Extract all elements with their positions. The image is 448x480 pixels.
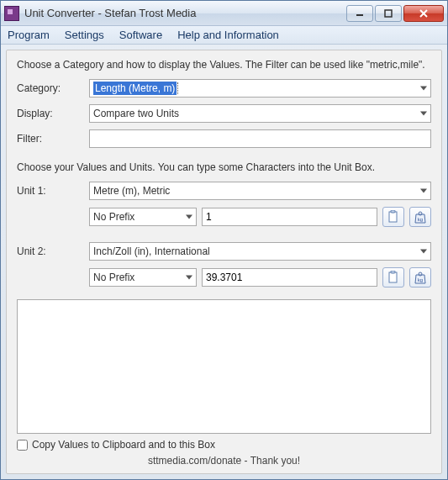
unit2-prefix-combo[interactable]: No Prefix	[89, 268, 197, 287]
copy-checkbox-label[interactable]: Copy Values to Clipboard and to this Box	[17, 439, 431, 451]
category-value: Length (Metre, m)	[93, 82, 177, 95]
unit1-value: Metre (m), Metric	[93, 185, 170, 197]
unit2-value-input[interactable]	[202, 268, 377, 287]
client-area: Choose a Category and how to display the…	[6, 50, 442, 474]
window-title: Unit Converter - Stefan Trost Media	[24, 7, 346, 19]
filter-input[interactable]	[89, 129, 431, 148]
menu-program[interactable]: Program	[8, 29, 50, 41]
row-unit2: Unit 2: Inch/Zoll (in), International	[17, 242, 431, 261]
category-combo[interactable]: Length (Metre, m)	[89, 79, 431, 98]
copy-checkbox[interactable]	[17, 440, 28, 451]
svg-rect-9	[391, 271, 395, 273]
chevron-down-icon	[420, 250, 427, 254]
category-label: Category:	[17, 82, 89, 94]
menubar: Program Settings Software Help and Infor…	[1, 26, 447, 45]
copy-checkbox-text: Copy Values to Clipboard and to this Box	[32, 439, 215, 451]
maximize-button[interactable]	[375, 5, 402, 22]
unit1-label: Unit 1:	[17, 185, 89, 197]
unit1-combo[interactable]: Metre (m), Metric	[89, 182, 431, 200]
filter-label: Filter:	[17, 133, 89, 145]
kg-icon: kg	[414, 210, 427, 224]
clipboard-icon	[387, 271, 399, 284]
chevron-down-icon	[420, 87, 427, 91]
svg-text:kg: kg	[418, 277, 423, 282]
clipboard-icon	[387, 210, 399, 224]
caret-indicator	[177, 82, 178, 94]
menu-settings[interactable]: Settings	[65, 29, 104, 41]
kg-icon: kg	[414, 271, 427, 284]
row-unit1: Unit 1: Metre (m), Metric	[17, 182, 431, 200]
unit2-copy-button[interactable]	[382, 267, 404, 287]
unit1-prefix-value: No Prefix	[93, 211, 134, 223]
menu-help[interactable]: Help and Information	[177, 29, 279, 41]
maximize-icon	[384, 9, 393, 18]
app-icon	[4, 6, 19, 21]
titlebar[interactable]: Unit Converter - Stefan Trost Media	[1, 1, 447, 26]
close-icon	[419, 9, 428, 18]
svg-text:kg: kg	[418, 217, 423, 222]
chevron-down-icon	[186, 276, 192, 280]
unit2-combo[interactable]: Inch/Zoll (in), International	[89, 242, 431, 261]
row-unit2-value: No Prefix kg	[89, 267, 431, 287]
unit2-value: Inch/Zoll (in), International	[93, 245, 210, 257]
unit2-kg-button[interactable]: kg	[409, 267, 431, 287]
display-combo[interactable]: Compare two Units	[89, 104, 431, 123]
close-button[interactable]	[403, 5, 444, 22]
row-category: Category: Length (Metre, m)	[17, 79, 431, 98]
unit1-kg-button[interactable]: kg	[409, 207, 431, 227]
minimize-button[interactable]	[346, 5, 373, 22]
donate-link[interactable]: sttmedia.com/donate - Thank you!	[17, 451, 431, 468]
chevron-down-icon	[186, 215, 192, 219]
svg-rect-8	[389, 272, 397, 282]
row-filter: Filter:	[17, 129, 431, 148]
chevron-down-icon	[420, 112, 427, 116]
display-label: Display:	[17, 108, 89, 119]
svg-rect-4	[389, 212, 397, 222]
unit2-label: Unit 2:	[17, 245, 89, 257]
svg-rect-1	[385, 10, 392, 17]
unit1-prefix-combo[interactable]: No Prefix	[89, 208, 197, 226]
values-hint: Choose your Values and Units. You can ty…	[17, 161, 431, 173]
category-hint: Choose a Category and how to display the…	[17, 59, 431, 71]
window-controls	[346, 5, 444, 22]
row-unit1-value: No Prefix kg	[89, 207, 431, 227]
display-value: Compare two Units	[93, 108, 179, 119]
minimize-icon	[356, 9, 364, 18]
row-display: Display: Compare two Units	[17, 104, 431, 123]
output-textbox[interactable]	[17, 299, 431, 434]
unit1-copy-button[interactable]	[382, 207, 404, 227]
chevron-down-icon	[420, 189, 427, 193]
menu-software[interactable]: Software	[119, 29, 162, 41]
unit1-value-input[interactable]	[202, 208, 377, 226]
app-window: Unit Converter - Stefan Trost Media Prog…	[0, 0, 448, 480]
svg-rect-5	[391, 210, 395, 213]
unit2-prefix-value: No Prefix	[93, 272, 134, 283]
